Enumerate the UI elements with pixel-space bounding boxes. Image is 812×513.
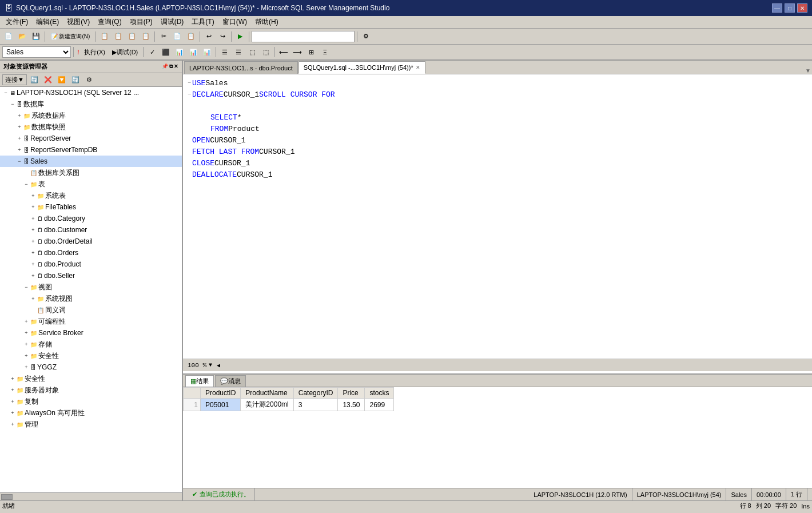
minimize-button[interactable]: —	[772, 3, 782, 13]
tab-scroll-btn[interactable]: ▼	[805, 67, 811, 74]
tab-sqlquery[interactable]: SQLQuery1.sql -...3SLOC1H\myj (54))* ✕	[298, 61, 425, 74]
fold-1[interactable]: −	[188, 78, 191, 89]
tree-orders[interactable]: + 🗒 dbo.Orders	[0, 247, 182, 259]
menu-debug[interactable]: 调试(D)	[157, 16, 188, 28]
toolbar2-btn3[interactable]: 📊	[187, 46, 200, 58]
tree-alwayson[interactable]: + 📁 AlwaysOn 高可用性	[0, 407, 182, 419]
tree-filetables[interactable]: + 📁 FileTables	[0, 201, 182, 213]
settings-btn[interactable]: ⚙	[360, 30, 372, 43]
zoom-dropdown-btn[interactable]: ▼	[209, 362, 212, 368]
menu-view[interactable]: 视图(V)	[63, 16, 93, 28]
maximize-button[interactable]: □	[785, 3, 795, 13]
tree-category[interactable]: + 🗒 dbo.Category	[0, 213, 182, 224]
debug-btn[interactable]: ▶ 调试(D)	[109, 46, 141, 58]
btn1[interactable]: 📋	[98, 30, 111, 43]
tree-db-snapshots[interactable]: + 📁 数据库快照	[0, 121, 182, 133]
results-tab-results[interactable]: ▦ 结果	[185, 375, 214, 387]
table-row[interactable]: 1 P05001 美汁源2000ml 3 13.50 2699	[184, 399, 394, 411]
search-box[interactable]	[252, 31, 355, 42]
results-tab-messages[interactable]: 💬 消息	[215, 375, 246, 387]
tree-views[interactable]: − 📁 视图	[0, 281, 182, 293]
connect-btn[interactable]: 连接▼	[2, 74, 27, 85]
undo-btn[interactable]: ↩	[202, 30, 215, 43]
redo-btn[interactable]: ↪	[216, 30, 229, 43]
tree-db-diagrams[interactable]: 📋 数据库关系图	[0, 167, 182, 178]
tree-sys-views[interactable]: + 📁 系统视图	[0, 293, 182, 304]
tab-product[interactable]: LAPTOP-N3SLOC1...s - dbo.Product	[184, 61, 298, 74]
zoom-scroll-left[interactable]: ◀	[217, 362, 220, 369]
paste-btn[interactable]: 📋	[185, 30, 197, 43]
tree-tables[interactable]: − 📁 表	[0, 178, 182, 190]
tree-system-dbs[interactable]: + 📁 系统数据库	[0, 110, 182, 121]
toolbar2-btn9[interactable]: ⟵	[277, 46, 290, 58]
tree-sales-db[interactable]: − 🗄 Sales	[0, 156, 182, 167]
sidebar-btn4[interactable]: 🔄	[69, 74, 82, 86]
cell-stocks[interactable]: 2699	[365, 399, 394, 411]
new-query-btn[interactable]: 📝 新建查询(N)	[47, 30, 93, 43]
toolbar2-btn8[interactable]: ⬚	[260, 46, 272, 58]
sidebar-hscroll[interactable]	[0, 492, 182, 500]
save-btn[interactable]: 💾	[30, 30, 42, 43]
new-file-btn[interactable]: 📄	[2, 30, 15, 43]
toolbar2-btn7[interactable]: ⬚	[246, 46, 258, 58]
copy-btn[interactable]: 📄	[171, 30, 184, 43]
cut-btn[interactable]: ✂	[157, 30, 170, 43]
toolbar2-btn12[interactable]: Ξ	[319, 46, 331, 58]
run-btn[interactable]: ▶	[234, 30, 246, 43]
sidebar-btn5[interactable]: ⚙	[83, 74, 95, 86]
open-btn[interactable]: 📂	[16, 30, 29, 43]
menu-edit[interactable]: 编辑(E)	[33, 16, 62, 28]
sidebar-pin-btn[interactable]: 📌	[162, 63, 168, 70]
tree-security[interactable]: + 📁 安全性	[0, 350, 182, 361]
sidebar-btn2[interactable]: ❌	[42, 74, 54, 86]
sidebar-close-btn[interactable]: ✕	[174, 63, 178, 70]
toolbar2-btn10[interactable]: ⟶	[291, 46, 304, 58]
cell-price[interactable]: 13.50	[338, 399, 365, 411]
tree-service-broker[interactable]: + 📁 Service Broker	[0, 327, 182, 339]
parse-btn[interactable]: ✓	[146, 46, 158, 58]
tree-server-security[interactable]: + 📁 安全性	[0, 373, 182, 384]
execute-btn[interactable]: 执行(X)	[81, 46, 108, 58]
toolbar2-btn1[interactable]: ⬛	[160, 46, 172, 58]
cell-productid[interactable]: P05001	[201, 399, 241, 411]
sidebar-btn1[interactable]: 🔄	[28, 74, 41, 86]
toolbar2-btn11[interactable]: ⊞	[305, 46, 317, 58]
tree-storage[interactable]: + 📁 存储	[0, 339, 182, 350]
tree-replication[interactable]: + 📁 复制	[0, 396, 182, 407]
db-selector[interactable]: Sales	[2, 46, 71, 58]
menu-file[interactable]: 文件(F)	[2, 16, 31, 28]
tree-reportserver-tempdb[interactable]: + 🗄 ReportServerTempDB	[0, 144, 182, 156]
tree-seller[interactable]: + 🗒 dbo.Seller	[0, 270, 182, 281]
tree-management[interactable]: + 📁 管理	[0, 419, 182, 430]
tree-programmability[interactable]: + 📁 可编程性	[0, 316, 182, 327]
fold-2[interactable]: −	[188, 89, 191, 101]
tree-server-objects[interactable]: + 📁 服务器对象	[0, 384, 182, 396]
tree-reportserver[interactable]: + 🗄 ReportServer	[0, 133, 182, 144]
tree-yggz[interactable]: + 🗄 YGGZ	[0, 361, 182, 373]
menu-tools[interactable]: 工具(T)	[188, 16, 217, 28]
toolbar2-btn5[interactable]: ☰	[218, 46, 231, 58]
btn2[interactable]: 📋	[112, 30, 125, 43]
tree-databases[interactable]: − 🗄 数据库	[0, 98, 182, 110]
menu-query[interactable]: 查询(Q)	[94, 16, 125, 28]
menu-window[interactable]: 窗口(W)	[219, 16, 250, 28]
sidebar-filter-btn[interactable]: 🔽	[55, 74, 68, 86]
tree-sys-tables[interactable]: + 📁 系统表	[0, 190, 182, 201]
editor-content[interactable]: − USE Sales − DECLARE CURSOR_1 SCROLL CU…	[183, 77, 812, 359]
cell-categoryid[interactable]: 3	[293, 399, 338, 411]
tab-close-btn[interactable]: ✕	[416, 65, 420, 70]
toolbar2-btn2[interactable]: 📊	[173, 46, 186, 58]
tree-orderdetail[interactable]: + 🗒 dbo.OrderDetail	[0, 236, 182, 247]
menu-help[interactable]: 帮助(H)	[252, 16, 282, 28]
menu-project[interactable]: 项目(P)	[126, 16, 156, 28]
tree-synonyms[interactable]: 📋 同义词	[0, 304, 182, 316]
sidebar-undock-btn[interactable]: ⧉	[169, 63, 173, 70]
btn4[interactable]: 📋	[140, 30, 152, 43]
cell-productname[interactable]: 美汁源2000ml	[241, 399, 293, 411]
btn3[interactable]: 📋	[126, 30, 138, 43]
tree-product[interactable]: + 🗒 dbo.Product	[0, 259, 182, 270]
sidebar-scroll-btn[interactable]	[1, 494, 13, 500]
toolbar2-btn4[interactable]: 📊	[201, 46, 213, 58]
close-button[interactable]: ✕	[797, 3, 807, 13]
tree-server[interactable]: − 🖥 LAPTOP-N3SLOC1H (SQL Server 12 ...	[0, 87, 182, 98]
